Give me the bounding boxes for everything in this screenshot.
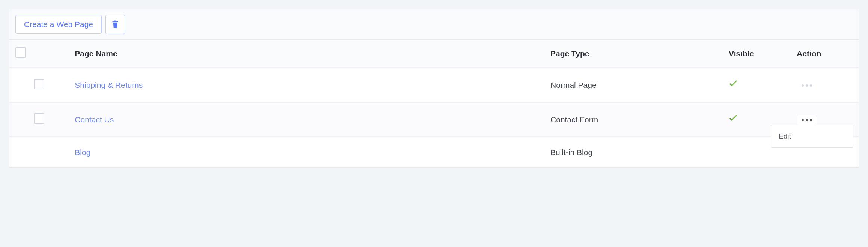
edit-action[interactable]: Edit — [779, 132, 845, 140]
page-name-link[interactable]: Contact Us — [75, 115, 114, 124]
page-type-cell: Contact Form — [544, 102, 723, 137]
toolbar: Create a Web Page — [9, 9, 859, 40]
table-row: Blog Built-in Blog — [9, 137, 859, 168]
row-checkbox[interactable] — [34, 79, 44, 89]
header-page-name: Page Name — [69, 40, 544, 68]
visible-check-icon[interactable] — [729, 115, 738, 124]
header-visible: Visible — [723, 40, 791, 68]
row-actions-button[interactable] — [797, 115, 817, 125]
ellipsis-icon — [802, 119, 804, 121]
page-name-link[interactable]: Blog — [75, 148, 90, 157]
header-action: Action — [791, 40, 859, 68]
visible-check-icon[interactable] — [729, 81, 738, 89]
web-pages-panel: Create a Web Page Page Name Page Type Vi… — [9, 9, 859, 168]
table-row: Shipping & Returns Normal Page — [9, 68, 859, 102]
trash-icon — [111, 20, 119, 30]
row-actions-menu: Edit — [771, 125, 853, 148]
row-actions-button[interactable] — [797, 80, 817, 91]
select-all-checkbox[interactable] — [15, 47, 26, 58]
row-checkbox[interactable] — [34, 113, 44, 124]
header-select-all — [9, 40, 69, 68]
page-name-link[interactable]: Shipping & Returns — [75, 81, 143, 89]
ellipsis-icon — [802, 84, 804, 87]
pages-table: Page Name Page Type Visible Action Shipp… — [9, 40, 859, 167]
header-page-type: Page Type — [544, 40, 723, 68]
table-header-row: Page Name Page Type Visible Action — [9, 40, 859, 68]
delete-button[interactable] — [105, 15, 125, 34]
create-web-page-button[interactable]: Create a Web Page — [15, 15, 102, 34]
table-row: Contact Us Contact Form — [9, 102, 859, 137]
page-type-cell: Built-in Blog — [544, 137, 723, 168]
page-type-cell: Normal Page — [544, 68, 723, 102]
